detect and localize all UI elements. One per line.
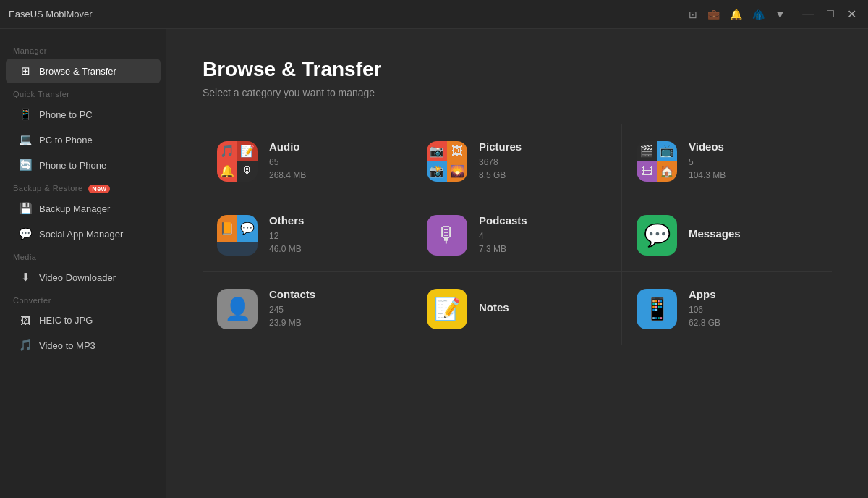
sidebar-item-label: Browse & Transfer bbox=[39, 66, 116, 77]
new-badge: New bbox=[88, 185, 110, 193]
video-downloader-icon: ⬇ bbox=[19, 271, 32, 284]
category-grid: 🎵 📝 🔔 🎙 Audio 65268.4 MB 📷 🖼 📸 🌄 bbox=[203, 124, 832, 345]
sidebar-item-label: Backup Manager bbox=[39, 203, 110, 214]
category-card-pictures[interactable]: 📷 🖼 📸 🌄 Pictures 36788.5 GB bbox=[412, 124, 622, 198]
notes-info: Notes bbox=[479, 301, 607, 316]
contacts-count: 24523.9 MB bbox=[269, 303, 397, 329]
podcasts-name: Podcasts bbox=[479, 214, 607, 227]
pictures-icon: 📷 🖼 📸 🌄 bbox=[427, 141, 467, 182]
apps-icon: 📱 bbox=[637, 289, 677, 329]
audio-count: 65268.4 MB bbox=[269, 156, 397, 182]
sidebar-item-label: PC to Phone bbox=[39, 135, 93, 145]
category-card-podcasts[interactable]: 🎙 Podcasts 47.3 MB bbox=[412, 198, 622, 272]
sidebar-item-video-to-mp3[interactable]: 🎵 Video to MP3 bbox=[6, 333, 161, 358]
app-body: Manager ⊞ Browse & Transfer Quick Transf… bbox=[0, 29, 868, 498]
podcasts-icon: 🎙 bbox=[427, 215, 467, 256]
sidebar-item-label: Social App Manager bbox=[39, 229, 123, 240]
pc-to-phone-icon: 💻 bbox=[19, 133, 32, 146]
messages-icon: 💬 bbox=[637, 215, 677, 256]
videos-count: 5104.3 MB bbox=[689, 156, 817, 182]
sidebar-item-video-downloader[interactable]: ⬇ Video Downloader bbox=[6, 265, 161, 290]
audio-name: Audio bbox=[269, 140, 397, 153]
apps-name: Apps bbox=[689, 288, 817, 300]
videos-icon: 🎬 📺 🎞 🏠 bbox=[637, 141, 677, 182]
media-section-label: Media bbox=[0, 247, 166, 264]
category-card-audio[interactable]: 🎵 📝 🔔 🎙 Audio 65268.4 MB bbox=[203, 124, 412, 198]
main-content: Browse & Transfer Select a category you … bbox=[166, 29, 868, 498]
sidebar-item-browse-transfer[interactable]: ⊞ Browse & Transfer bbox=[6, 59, 161, 83]
podcasts-info: Podcasts 47.3 MB bbox=[479, 214, 607, 256]
heic-icon: 🖼 bbox=[19, 314, 32, 326]
video-to-mp3-icon: 🎵 bbox=[19, 339, 32, 352]
phone-to-phone-icon: 🔄 bbox=[19, 159, 32, 172]
converter-section-label: Converter bbox=[0, 290, 166, 308]
phone-to-pc-icon: 📱 bbox=[19, 108, 32, 121]
bell-icon[interactable]: 🔔 bbox=[730, 9, 742, 20]
dropdown-icon[interactable]: ▼ bbox=[775, 9, 785, 20]
briefcase-icon[interactable]: 💼 bbox=[707, 9, 720, 20]
videos-info: Videos 5104.3 MB bbox=[689, 140, 817, 182]
browse-transfer-icon: ⊞ bbox=[19, 64, 32, 77]
social-app-icon: 💬 bbox=[19, 227, 32, 240]
sidebar-item-pc-to-phone[interactable]: 💻 PC to Phone bbox=[6, 127, 161, 152]
hanger-icon[interactable]: 🧥 bbox=[752, 9, 765, 20]
device-icon[interactable]: ⊡ bbox=[689, 9, 697, 20]
window-controls: — □ ✕ bbox=[799, 7, 859, 21]
page-title: Browse & Transfer bbox=[203, 58, 832, 81]
others-count: 1246.0 MB bbox=[269, 229, 397, 256]
manager-section-label: Manager bbox=[0, 41, 166, 58]
contacts-name: Contacts bbox=[269, 288, 397, 300]
podcasts-count: 47.3 MB bbox=[479, 229, 607, 256]
category-card-messages[interactable]: 💬 Messages bbox=[622, 198, 832, 272]
sidebar-item-social-app-manager[interactable]: 💬 Social App Manager bbox=[6, 221, 161, 246]
apps-info: Apps 10662.8 GB bbox=[689, 288, 817, 329]
others-info: Others 1246.0 MB bbox=[269, 214, 397, 256]
sidebar-item-label: Video to MP3 bbox=[39, 340, 95, 351]
category-card-videos[interactable]: 🎬 📺 🎞 🏠 Videos 5104.3 MB bbox=[622, 124, 832, 198]
app-title: EaseUS MobiMover bbox=[9, 9, 93, 20]
backup-section-label: Backup & Restore New bbox=[0, 178, 166, 195]
contacts-icon: 👤 bbox=[217, 289, 258, 329]
sidebar-item-label: Video Downloader bbox=[39, 272, 116, 283]
sidebar-item-label: Phone to Phone bbox=[39, 160, 106, 171]
quick-transfer-section-label: Quick Transfer bbox=[0, 84, 166, 101]
maximize-button[interactable]: □ bbox=[824, 7, 837, 21]
audio-info: Audio 65268.4 MB bbox=[269, 140, 397, 182]
videos-name: Videos bbox=[689, 140, 817, 153]
messages-name: Messages bbox=[689, 227, 817, 240]
notes-name: Notes bbox=[479, 301, 607, 313]
notes-icon: 📝 bbox=[427, 289, 467, 329]
apps-count: 10662.8 GB bbox=[689, 303, 817, 329]
titlebar: EaseUS MobiMover ⊡ 💼 🔔 🧥 ▼ — □ ✕ bbox=[0, 0, 868, 29]
sidebar-item-phone-to-phone[interactable]: 🔄 Phone to Phone bbox=[6, 153, 161, 177]
category-card-notes[interactable]: 📝 Notes bbox=[412, 272, 622, 345]
category-card-others[interactable]: 📙 💬 Others 1246.0 MB bbox=[203, 198, 412, 272]
sidebar-item-heic-to-jpg[interactable]: 🖼 HEIC to JPG bbox=[6, 308, 161, 332]
sidebar-item-backup-manager[interactable]: 💾 Backup Manager bbox=[6, 196, 161, 221]
audio-icon: 🎵 📝 🔔 🎙 bbox=[217, 141, 258, 182]
minimize-button[interactable]: — bbox=[799, 7, 817, 21]
category-card-apps[interactable]: 📱 Apps 10662.8 GB bbox=[622, 272, 832, 345]
sidebar: Manager ⊞ Browse & Transfer Quick Transf… bbox=[0, 29, 166, 498]
pictures-name: Pictures bbox=[479, 140, 607, 153]
sidebar-item-label: HEIC to JPG bbox=[39, 315, 93, 326]
sidebar-item-phone-to-pc[interactable]: 📱 Phone to PC bbox=[6, 102, 161, 127]
others-icon: 📙 💬 bbox=[217, 215, 258, 256]
page-subtitle: Select a category you want to manage bbox=[203, 87, 832, 98]
category-card-contacts[interactable]: 👤 Contacts 24523.9 MB bbox=[203, 272, 412, 345]
sidebar-item-label: Phone to PC bbox=[39, 109, 93, 120]
others-name: Others bbox=[269, 214, 397, 227]
messages-info: Messages bbox=[689, 227, 817, 242]
contacts-info: Contacts 24523.9 MB bbox=[269, 288, 397, 329]
pictures-info: Pictures 36788.5 GB bbox=[479, 140, 607, 182]
close-button[interactable]: ✕ bbox=[844, 7, 859, 21]
titlebar-controls: ⊡ 💼 🔔 🧥 ▼ — □ ✕ bbox=[689, 7, 859, 21]
backup-manager-icon: 💾 bbox=[19, 202, 32, 215]
pictures-count: 36788.5 GB bbox=[479, 156, 607, 182]
